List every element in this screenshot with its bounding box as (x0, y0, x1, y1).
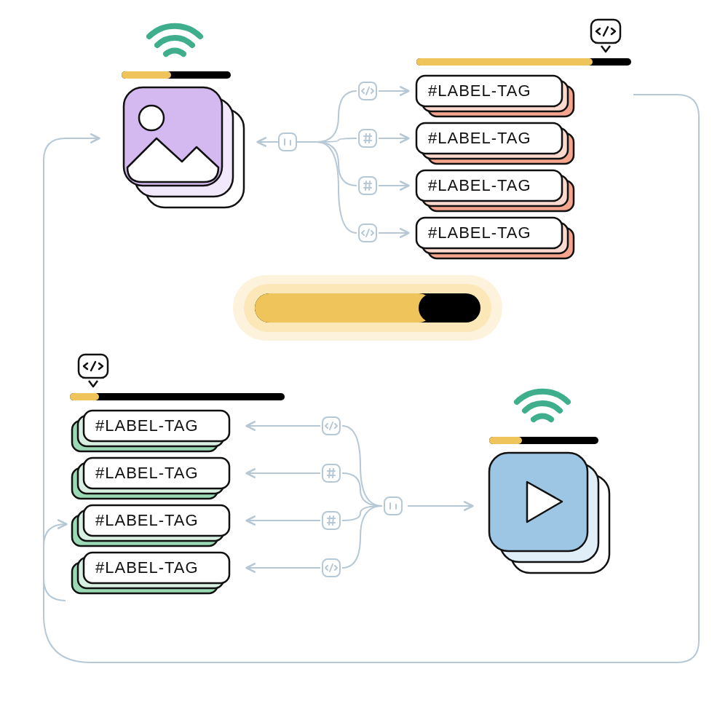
svg-rect-25 (255, 293, 433, 323)
svg-rect-42 (323, 464, 340, 482)
center-progress (233, 275, 502, 341)
progress-bar-image (122, 71, 231, 79)
label-tag-text: #LABEL-TAG (95, 416, 199, 435)
branch-node-icon (323, 512, 340, 529)
branches-top (258, 82, 408, 242)
label-tag-text: #LABEL-TAG (428, 176, 531, 194)
label-tag-text: #LABEL-TAG (95, 511, 199, 529)
progress-bar-bottom-labels (70, 393, 285, 400)
svg-point-6 (139, 106, 164, 130)
branch-node-icon (323, 559, 340, 577)
branch-node-icon (359, 224, 376, 242)
wifi-icon (149, 26, 200, 54)
label-tag-text: #LABEL-TAG (95, 464, 199, 482)
image-node (122, 26, 244, 207)
video-node (489, 392, 609, 573)
branch-node-icon (359, 177, 376, 194)
svg-rect-43 (323, 512, 340, 529)
branches-bottom (248, 417, 472, 577)
svg-rect-38 (489, 437, 522, 444)
label-tag-text: #LABEL-TAG (428, 82, 531, 100)
branch-node-icon (359, 82, 376, 100)
svg-rect-19 (359, 130, 376, 147)
wifi-icon (517, 392, 568, 419)
progress-bar-top-labels (416, 58, 631, 66)
label-tag-text: #LABEL-TAG (428, 223, 531, 242)
code-bubble-icon (591, 20, 620, 52)
branch-node-icon (323, 417, 340, 435)
svg-rect-28 (70, 393, 99, 400)
svg-rect-27 (70, 393, 285, 400)
svg-rect-9 (416, 58, 593, 66)
label-stack-top: #LABEL-TAG#LABEL-TAG#LABEL-TAG#LABEL-TAG (416, 20, 631, 258)
branch-node-icon (359, 130, 376, 147)
svg-rect-20 (359, 177, 376, 194)
label-tag-text: #LABEL-TAG (428, 129, 531, 147)
branch-node-icon (323, 464, 340, 482)
label-tag-text: #LABEL-TAG (95, 558, 199, 577)
code-bubble-icon (79, 355, 108, 387)
progress-bar-video (489, 437, 598, 444)
svg-rect-3 (122, 71, 171, 79)
